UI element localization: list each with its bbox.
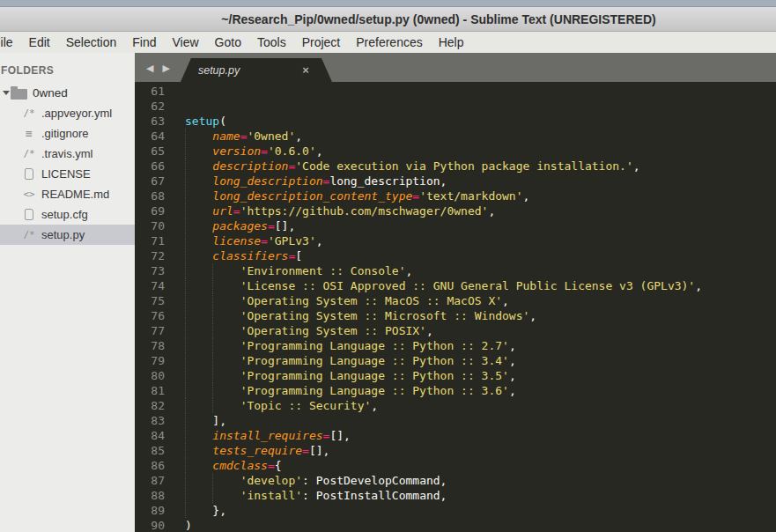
sidebar-item-setup-py[interactable]: /*setup.py <box>0 225 135 245</box>
code-line-73[interactable]: 73 'Environment :: Console', <box>135 263 776 278</box>
line-number: 82 <box>135 398 185 413</box>
code-text: install_requires=[], <box>185 428 776 443</box>
code-line-85[interactable]: 85 tests_require=[], <box>135 443 776 458</box>
code-line-87[interactable]: 87 'develop': PostDevelopCommand, <box>135 473 776 488</box>
indent-guide <box>185 383 186 398</box>
sidebar-item--appveyor-yml[interactable]: /*.appveyor.yml <box>0 103 135 123</box>
line-number: 87 <box>135 473 185 488</box>
code-line-70[interactable]: 70 packages=[], <box>135 218 776 233</box>
code-line-82[interactable]: 82 'Topic :: Security', <box>135 398 776 413</box>
markup-file-icon: <> <box>19 188 39 200</box>
line-number: 62 <box>135 99 185 114</box>
code-line-76[interactable]: 76 'Operating System :: Microsoft :: Win… <box>135 308 776 323</box>
code-editor[interactable]: 616263setup(64 name='0wned',65 version='… <box>135 82 776 532</box>
code-line-68[interactable]: 68 long_description_content_type='text/m… <box>135 188 776 203</box>
indent-guide <box>212 488 213 503</box>
code-line-89[interactable]: 89 }, <box>135 503 776 518</box>
code-line-72[interactable]: 72 classifiers=[ <box>135 248 776 263</box>
title-bar[interactable]: ~/Research_Pip/0wned/setup.py (0wned) - … <box>0 7 776 32</box>
menu-preferences[interactable]: Preferences <box>348 32 430 53</box>
sidebar-item--gitignore[interactable]: ≡.gitignore <box>0 123 135 144</box>
code-line-81[interactable]: 81 'Programming Language :: Python :: 3.… <box>135 383 776 398</box>
tab-close-icon[interactable]: × <box>302 63 309 77</box>
indent-guide <box>212 293 213 308</box>
code-line-62[interactable]: 62 <box>135 99 776 114</box>
line-number: 65 <box>135 144 185 159</box>
code-line-63[interactable]: 63setup( <box>135 114 776 129</box>
code-line-69[interactable]: 69 url='https://github.com/mschwager/0wn… <box>135 203 776 218</box>
code-line-90[interactable]: 90) <box>135 518 776 532</box>
code-line-79[interactable]: 79 'Programming Language :: Python :: 3.… <box>135 353 776 368</box>
indent-guide <box>185 233 186 248</box>
menu-tools[interactable]: Tools <box>249 32 294 53</box>
code-text: url='https://github.com/mschwager/0wned'… <box>185 203 776 218</box>
menu-bar: FileEditSelectionFindViewGotoToolsProjec… <box>0 32 776 53</box>
code-text: 'install': PostInstallCommand, <box>185 488 776 503</box>
sidebar-item-license[interactable]: LICENSE <box>0 164 135 184</box>
code-line-86[interactable]: 86 cmdclass={ <box>135 458 776 473</box>
menu-selection[interactable]: Selection <box>58 32 125 53</box>
code-text: classifiers=[ <box>185 248 776 263</box>
code-text: 'Operating System :: POSIX', <box>185 323 776 338</box>
indent-guide <box>185 129 186 144</box>
line-number: 89 <box>135 503 185 518</box>
code-line-75[interactable]: 75 'Operating System :: MacOS :: MacOS X… <box>135 293 776 308</box>
sidebar-item-setup-cfg[interactable]: setup.cfg <box>0 204 135 225</box>
line-number: 73 <box>135 263 185 278</box>
line-number: 74 <box>135 278 185 293</box>
code-line-65[interactable]: 65 version='0.6.0', <box>135 144 776 159</box>
code-line-83[interactable]: 83 ], <box>135 413 776 428</box>
sidebar-folder-0wned[interactable]: 0wned <box>0 83 135 103</box>
menu-edit[interactable]: Edit <box>21 32 58 53</box>
code-text: 'Environment :: Console', <box>185 263 776 278</box>
menu-help[interactable]: Help <box>431 32 472 53</box>
menu-file[interactable]: File <box>0 32 21 53</box>
line-number: 75 <box>135 293 185 308</box>
code-line-80[interactable]: 80 'Programming Language :: Python :: 3.… <box>135 368 776 383</box>
sidebar-item--travis-yml[interactable]: /*.travis.yml <box>0 144 135 164</box>
indent-guide <box>185 488 186 503</box>
window-title: ~/Research_Pip/0wned/setup.py (0wned) - … <box>221 12 655 26</box>
indent-guide <box>212 308 213 323</box>
menu-view[interactable]: View <box>165 32 207 53</box>
code-text: ], <box>185 413 776 428</box>
line-number: 90 <box>135 518 185 532</box>
menu-project[interactable]: Project <box>294 32 349 53</box>
folders-header: FOLDERS <box>0 53 135 83</box>
indent-guide <box>185 293 186 308</box>
code-line-88[interactable]: 88 'install': PostInstallCommand, <box>135 488 776 503</box>
indent-guide <box>185 323 186 338</box>
indent-guide <box>185 368 186 383</box>
code-text: 'Operating System :: MacOS :: MacOS X', <box>185 293 776 308</box>
sidebar-item-readme-md[interactable]: <>README.md <box>0 184 135 204</box>
line-number: 84 <box>135 428 185 443</box>
menu-find[interactable]: Find <box>124 32 164 53</box>
code-line-66[interactable]: 66 description='Code execution via Pytho… <box>135 159 776 174</box>
line-number: 68 <box>135 188 185 203</box>
indent-guide <box>185 428 186 443</box>
code-text: name='0wned', <box>185 129 776 144</box>
line-number: 66 <box>135 159 185 174</box>
code-line-61[interactable]: 61 <box>135 84 776 99</box>
code-line-64[interactable]: 64 name='0wned', <box>135 129 776 144</box>
indent-guide <box>212 323 213 338</box>
tab-label: setup.py <box>198 64 240 77</box>
indent-guide <box>185 338 186 353</box>
code-line-71[interactable]: 71 license='GPLv3', <box>135 233 776 248</box>
code-line-74[interactable]: 74 'License :: OSI Approved :: GNU Gener… <box>135 278 776 293</box>
file-name: LICENSE <box>41 167 91 181</box>
code-line-84[interactable]: 84 install_requires=[], <box>135 428 776 443</box>
menu-goto[interactable]: Goto <box>207 32 249 53</box>
code-line-67[interactable]: 67 long_description=long_description, <box>135 174 776 188</box>
tab-scroll-right-icon[interactable]: ▶ <box>162 63 169 74</box>
disclosure-triangle-icon[interactable] <box>2 89 10 97</box>
tab-setup-py[interactable]: setup.py × <box>181 58 332 82</box>
indent-guide <box>212 338 213 353</box>
code-line-77[interactable]: 77 'Operating System :: POSIX', <box>135 323 776 338</box>
tab-scroll-left-icon[interactable]: ◀ <box>146 63 153 74</box>
code-text: 'Operating System :: Microsoft :: Window… <box>185 308 776 323</box>
plain-file-icon <box>19 209 39 220</box>
file-name: setup.py <box>41 228 85 241</box>
code-line-78[interactable]: 78 'Programming Language :: Python :: 2.… <box>135 338 776 353</box>
line-number: 70 <box>135 218 185 233</box>
